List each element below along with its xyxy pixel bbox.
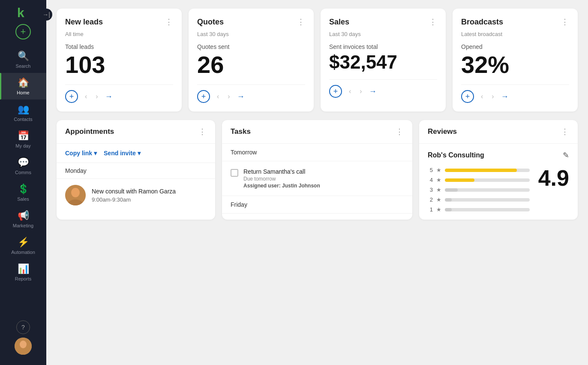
stat-card-broadcasts: Broadcasts ⋮ Latest broadcast Opened 32%… bbox=[453, 9, 578, 112]
sales-add-button[interactable]: + bbox=[329, 85, 342, 98]
tasks-title: Tasks bbox=[231, 127, 251, 136]
copy-link-button[interactable]: Copy link ▾ bbox=[65, 150, 97, 157]
appointments-title: Appointments bbox=[65, 127, 114, 136]
quotes-prev-button[interactable]: ‹ bbox=[215, 92, 221, 101]
task-name-0: Return Samantha's call bbox=[243, 168, 320, 175]
appointments-widget: Appointments ⋮ Copy link ▾ Send invite ▾… bbox=[57, 120, 215, 220]
quotes-label: Quotes sent bbox=[197, 43, 305, 50]
nav-item-my-day[interactable]: 📅 My day bbox=[0, 126, 46, 153]
review-bar-3: 3 ★ bbox=[428, 187, 530, 193]
new-leads-add-button[interactable]: + bbox=[65, 90, 78, 103]
broadcasts-next-button[interactable]: › bbox=[490, 92, 495, 101]
reviews-body: Rob's Consulting ✎ 5 ★ 4 ★ bbox=[419, 144, 578, 220]
broadcasts-value: 32% bbox=[461, 53, 569, 77]
reviews-edit-button[interactable]: ✎ bbox=[563, 151, 569, 160]
sales-go-button[interactable]: → bbox=[369, 87, 377, 96]
stat-card-sales: Sales ⋮ Last 30 days Sent invoices total… bbox=[321, 9, 446, 112]
task-assigned-0: Assigned user: Justin Johnson bbox=[243, 183, 320, 189]
broadcasts-add-button[interactable]: + bbox=[461, 90, 474, 103]
new-leads-menu-button[interactable]: ⋮ bbox=[165, 17, 173, 27]
quotes-add-button[interactable]: + bbox=[197, 90, 210, 103]
new-leads-prev-button[interactable]: ‹ bbox=[83, 92, 89, 101]
chevron-down-icon: ▾ bbox=[138, 150, 141, 157]
comms-icon: 💬 bbox=[18, 157, 29, 168]
broadcasts-go-button[interactable]: → bbox=[501, 92, 509, 101]
appointment-time: 9:00am-9:30am bbox=[92, 196, 207, 203]
new-leads-go-button[interactable]: → bbox=[105, 92, 113, 101]
app-logo: k bbox=[15, 5, 31, 21]
user-avatar[interactable] bbox=[15, 338, 32, 355]
appointments-header: Appointments ⋮ bbox=[57, 120, 215, 144]
new-leads-next-button[interactable]: › bbox=[94, 92, 99, 101]
appointments-actions: Copy link ▾ Send invite ▾ bbox=[57, 144, 215, 163]
reviews-header: Reviews ⋮ bbox=[419, 120, 578, 144]
nav-item-marketing[interactable]: 📢 Marketing bbox=[0, 206, 46, 232]
send-invite-button[interactable]: Send invite ▾ bbox=[104, 150, 141, 157]
svg-point-2 bbox=[20, 341, 27, 348]
nav-item-reports[interactable]: 📊 Reports bbox=[0, 259, 46, 286]
reviews-title: Reviews bbox=[428, 127, 457, 136]
add-button[interactable]: + bbox=[15, 24, 31, 39]
new-leads-period: All time bbox=[65, 31, 173, 37]
reviews-bars: 5 ★ 4 ★ 3 ★ bbox=[428, 167, 530, 213]
contacts-icon: 👥 bbox=[18, 104, 29, 115]
quotes-menu-button[interactable]: ⋮ bbox=[297, 17, 305, 27]
broadcasts-label: Opened bbox=[461, 43, 569, 50]
sales-period: Last 30 days bbox=[329, 31, 437, 37]
quotes-next-button[interactable]: › bbox=[226, 92, 231, 101]
nav-item-home[interactable]: 🏠 Home bbox=[0, 73, 46, 100]
nav-item-search[interactable]: 🔍 Search bbox=[0, 46, 46, 73]
nav-item-automation[interactable]: ⚡ Automation bbox=[0, 232, 46, 259]
star-icon-3: ★ bbox=[436, 187, 441, 193]
sidebar: →| k + 🔍 Search 🏠 Home 👥 Contacts 📅 My d… bbox=[0, 0, 46, 365]
broadcasts-prev-button[interactable]: ‹ bbox=[479, 92, 485, 101]
sales-value: $32,547 bbox=[329, 53, 437, 72]
sales-label: Sent invoices total bbox=[329, 43, 437, 50]
appointment-avatar bbox=[65, 185, 86, 205]
calendar-icon: 📅 bbox=[18, 130, 29, 142]
appointment-item[interactable]: New consult with Ramon Garza 9:00am-9:30… bbox=[57, 179, 215, 211]
main-content: New leads ⋮ All time Total leads 103 + ‹… bbox=[46, 0, 588, 365]
tasks-widget: Tasks ⋮ Tomorrow Return Samantha's call … bbox=[222, 120, 412, 220]
task-item-0: Return Samantha's call Due tomorrow Assi… bbox=[222, 161, 412, 196]
svg-point-5 bbox=[71, 188, 80, 197]
nav-item-contacts[interactable]: 👥 Contacts bbox=[0, 100, 46, 126]
review-bar-1: 1 ★ bbox=[428, 206, 530, 213]
broadcasts-period: Latest broadcast bbox=[461, 31, 569, 37]
appointment-name: New consult with Ramon Garza bbox=[92, 188, 207, 195]
search-icon: 🔍 bbox=[18, 51, 29, 62]
stat-card-new-leads: New leads ⋮ All time Total leads 103 + ‹… bbox=[57, 9, 182, 112]
tasks-menu-button[interactable]: ⋮ bbox=[396, 127, 404, 136]
sales-icon: 💲 bbox=[18, 184, 29, 195]
sales-menu-button[interactable]: ⋮ bbox=[429, 17, 437, 27]
task-checkbox-0[interactable] bbox=[231, 169, 238, 177]
stat-cards-row: New leads ⋮ All time Total leads 103 + ‹… bbox=[57, 9, 578, 112]
star-icon-1: ★ bbox=[436, 206, 441, 213]
star-icon-2: ★ bbox=[436, 196, 441, 203]
appointments-day-label: Monday bbox=[57, 163, 215, 179]
new-leads-value: 103 bbox=[65, 53, 173, 77]
stat-card-quotes: Quotes ⋮ Last 30 days Quotes sent 26 + ‹… bbox=[189, 9, 314, 112]
review-bar-2: 2 ★ bbox=[428, 196, 530, 203]
quotes-period: Last 30 days bbox=[197, 31, 305, 37]
sidebar-collapse-button[interactable]: →| bbox=[40, 9, 52, 21]
review-bar-5: 5 ★ bbox=[428, 167, 530, 173]
reports-icon: 📊 bbox=[18, 263, 29, 275]
reviews-menu-button[interactable]: ⋮ bbox=[561, 127, 569, 136]
help-button[interactable]: ? bbox=[16, 320, 30, 334]
appointments-menu-button[interactable]: ⋮ bbox=[198, 127, 207, 136]
bottom-cards-row: Appointments ⋮ Copy link ▾ Send invite ▾… bbox=[57, 120, 578, 220]
reviews-widget: Reviews ⋮ Rob's Consulting ✎ 5 ★ bbox=[419, 120, 578, 220]
star-icon-5: ★ bbox=[436, 167, 441, 173]
sales-prev-button[interactable]: ‹ bbox=[347, 87, 353, 96]
nav-item-comms[interactable]: 💬 Comms bbox=[0, 153, 46, 179]
automation-icon: ⚡ bbox=[18, 237, 29, 248]
reviews-score: 4.9 bbox=[538, 167, 569, 189]
nav-item-sales[interactable]: 💲 Sales bbox=[0, 179, 46, 206]
broadcasts-menu-button[interactable]: ⋮ bbox=[561, 17, 569, 27]
reviews-business-name: Rob's Consulting bbox=[428, 151, 484, 159]
home-icon: 🏠 bbox=[18, 77, 29, 88]
star-icon-4: ★ bbox=[436, 177, 441, 183]
quotes-go-button[interactable]: → bbox=[237, 92, 245, 101]
sales-next-button[interactable]: › bbox=[358, 87, 363, 96]
